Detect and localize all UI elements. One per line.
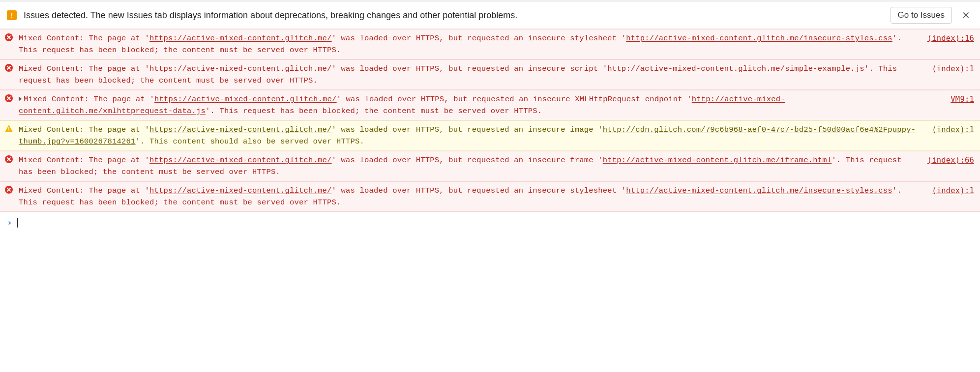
resource-url-link[interactable]: http://active-mixed-content.glitch.me/in… [626,186,892,195]
prompt-cursor [17,218,18,228]
page-url-link[interactable]: https://active-mixed-content.glitch.me/ [154,95,337,104]
issues-bar: ! Issues detected. The new Issues tab di… [0,0,980,29]
error-icon [5,94,13,102]
source-link[interactable]: (index):1 [922,63,974,75]
page-url-link[interactable]: https://active-mixed-content.glitch.me/ [149,34,332,43]
resource-url-link[interactable]: http://active-mixed-content.glitch.me/si… [607,64,864,73]
console-row-error: Mixed Content: The page at 'https://acti… [0,90,980,120]
close-icon[interactable]: ✕ [959,9,973,21]
go-to-issues-button[interactable]: Go to Issues [891,7,952,24]
console-message: Mixed Content: The page at 'https://acti… [19,32,913,56]
page-url-link[interactable]: https://active-mixed-content.glitch.me/ [149,125,332,134]
console-log: Mixed Content: The page at 'https://acti… [0,29,980,212]
console-row-error: Mixed Content: The page at 'https://acti… [0,29,980,59]
console-row-error: Mixed Content: The page at 'https://acti… [0,59,980,90]
error-icon [5,33,13,41]
console-message: Mixed Content: The page at 'https://acti… [19,93,936,117]
error-icon [5,155,13,163]
console-message: Mixed Content: The page at 'https://acti… [19,185,917,208]
console-prompt-row[interactable]: › [0,212,980,232]
page-url-link[interactable]: https://active-mixed-content.glitch.me/ [149,64,332,73]
console-message: Mixed Content: The page at 'https://acti… [19,63,917,86]
resource-url-link[interactable]: http://active-mixed-content.glitch.me/if… [603,156,832,165]
issues-icon: ! [7,10,17,20]
error-icon [5,64,13,72]
warning-icon [5,125,13,132]
issues-text: Issues detected. The new Issues tab disp… [24,10,884,21]
source-link[interactable]: (index):1 [922,185,974,197]
source-link[interactable]: (index):16 [918,32,974,44]
source-link[interactable]: (index):66 [918,154,974,166]
error-icon [5,186,13,194]
console-row-error: Mixed Content: The page at 'https://acti… [0,151,980,181]
console-row-error: Mixed Content: The page at 'https://acti… [0,181,980,212]
prompt-chevron-icon: › [7,217,12,228]
console-message: Mixed Content: The page at 'https://acti… [19,154,913,178]
expand-caret-icon[interactable] [19,96,22,101]
page-url-link[interactable]: https://active-mixed-content.glitch.me/ [149,186,332,195]
resource-url-link[interactable]: http://active-mixed-content.glitch.me/in… [626,34,892,43]
source-link[interactable]: (index):1 [922,124,974,136]
console-message: Mixed Content: The page at 'https://acti… [19,124,917,147]
page-url-link[interactable]: https://active-mixed-content.glitch.me/ [149,156,332,165]
source-link[interactable]: VM9:1 [941,93,974,105]
console-row-warning: Mixed Content: The page at 'https://acti… [0,120,980,151]
